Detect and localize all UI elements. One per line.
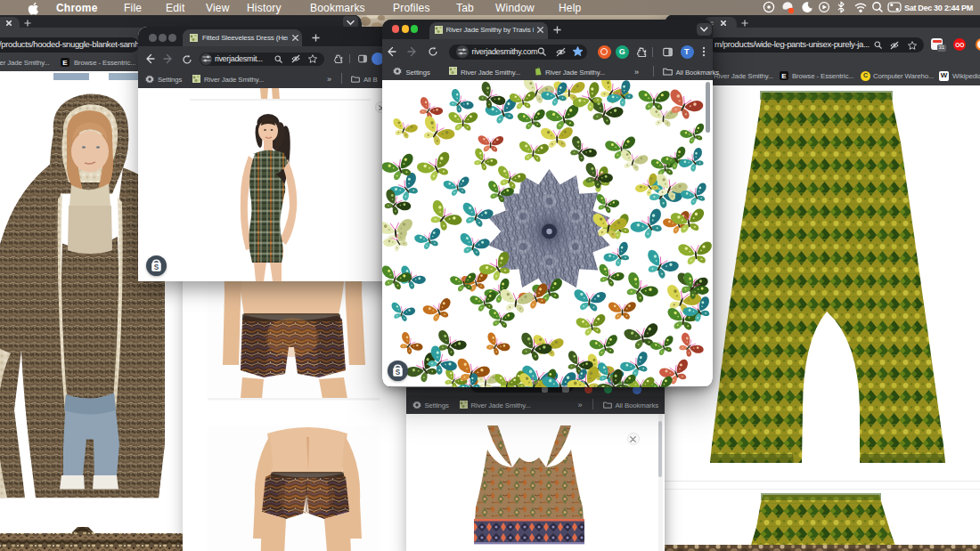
svg-text:S: S: [395, 368, 400, 376]
svg-text:S: S: [153, 263, 159, 271]
